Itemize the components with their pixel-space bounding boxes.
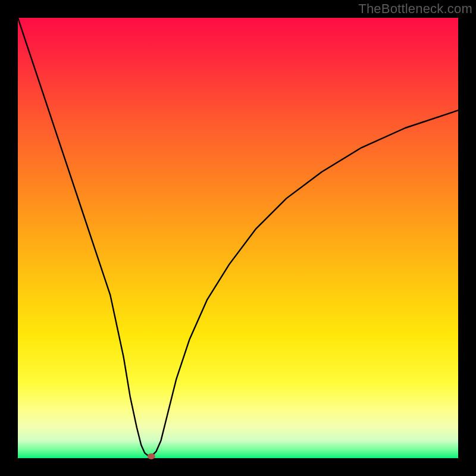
watermark-text: TheBottleneck.com	[358, 1, 472, 17]
plot-area	[18, 18, 458, 458]
chart-frame: TheBottleneck.com	[0, 0, 476, 476]
curve-layer	[18, 18, 458, 458]
bottleneck-curve	[18, 18, 458, 456]
optimum-marker	[148, 453, 155, 459]
